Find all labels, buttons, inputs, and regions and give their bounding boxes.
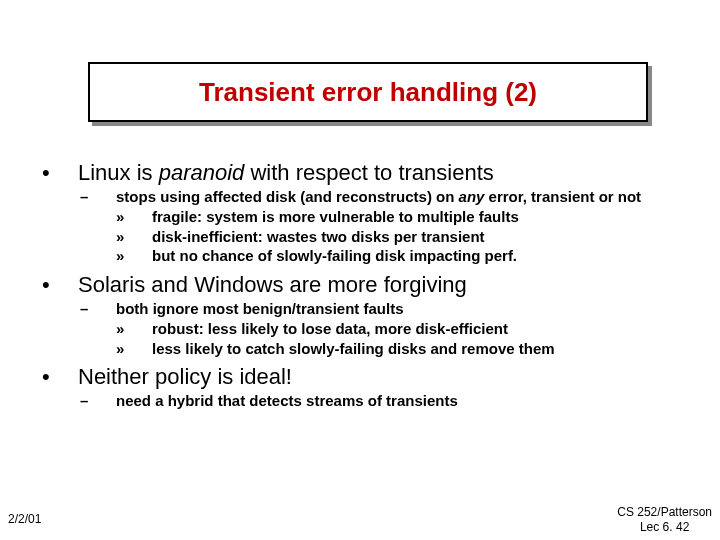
sub-1-italic: any xyxy=(459,188,485,205)
bullet-3: •Neither policy is ideal! xyxy=(60,364,675,390)
subsub-4-text: robust: less likely to lose data, more d… xyxy=(152,320,508,337)
chevron-icon: » xyxy=(134,320,152,339)
subsub-5: »less likely to catch slowly-failing dis… xyxy=(60,340,675,359)
subsub-1-text: fragile: system is more vulnerable to mu… xyxy=(152,208,519,225)
sub-3-text: need a hybrid that detects streams of tr… xyxy=(116,392,458,409)
bullet-1-italic: paranoid xyxy=(159,160,245,185)
sub-1-suffix: error, transient or not xyxy=(484,188,641,205)
footer-right-line1: CS 252/Patterson xyxy=(617,505,712,519)
bullet-dot-icon: • xyxy=(60,364,78,390)
subsub-2: »disk-inefficient: wastes two disks per … xyxy=(60,228,675,247)
bullet-2-text: Solaris and Windows are more forgiving xyxy=(78,272,467,297)
chevron-icon: » xyxy=(134,228,152,247)
subsub-4: »robust: less likely to lose data, more … xyxy=(60,320,675,339)
sub-1-prefix: stops using affected disk (and reconstru… xyxy=(116,188,459,205)
bullet-1-prefix: Linux is xyxy=(78,160,159,185)
footer-right-line2: Lec 6. 42 xyxy=(617,520,712,534)
subsub-1: »fragile: system is more vulnerable to m… xyxy=(60,208,675,227)
chevron-icon: » xyxy=(134,340,152,359)
content-area: •Linux is paranoid with respect to trans… xyxy=(60,160,675,412)
subsub-3: »but no chance of slowly-failing disk im… xyxy=(60,247,675,266)
bullet-3-text: Neither policy is ideal! xyxy=(78,364,292,389)
subsub-5-text: less likely to catch slowly-failing disk… xyxy=(152,340,555,357)
bullet-dot-icon: • xyxy=(60,272,78,298)
bullet-1-suffix: with respect to transients xyxy=(244,160,493,185)
sub-1: –stops using affected disk (and reconstr… xyxy=(60,188,675,207)
footer-course: CS 252/Patterson Lec 6. 42 xyxy=(617,505,712,534)
dash-icon: – xyxy=(98,392,116,411)
footer-date: 2/2/01 xyxy=(8,512,41,526)
bullet-dot-icon: • xyxy=(60,160,78,186)
subsub-2-text: disk-inefficient: wastes two disks per t… xyxy=(152,228,485,245)
sub-3: –need a hybrid that detects streams of t… xyxy=(60,392,675,411)
chevron-icon: » xyxy=(134,208,152,227)
dash-icon: – xyxy=(98,300,116,319)
subsub-3-text: but no chance of slowly-failing disk imp… xyxy=(152,247,517,264)
bullet-2: •Solaris and Windows are more forgiving xyxy=(60,272,675,298)
sub-2-text: both ignore most benign/transient faults xyxy=(116,300,404,317)
dash-icon: – xyxy=(98,188,116,207)
sub-2: –both ignore most benign/transient fault… xyxy=(60,300,675,319)
chevron-icon: » xyxy=(134,247,152,266)
slide-title: Transient error handling (2) xyxy=(199,77,537,108)
bullet-1: •Linux is paranoid with respect to trans… xyxy=(60,160,675,186)
title-box: Transient error handling (2) xyxy=(88,62,648,122)
